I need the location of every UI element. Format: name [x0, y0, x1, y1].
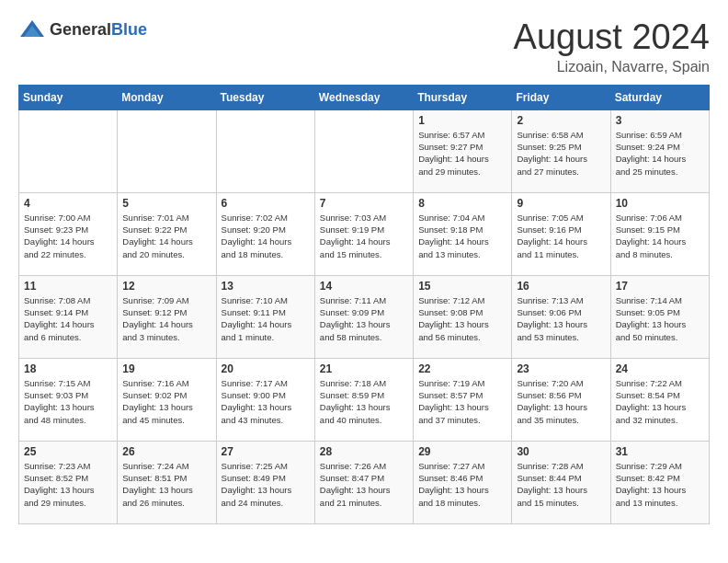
- calendar-cell: 30Sunrise: 7:28 AM Sunset: 8:44 PM Dayli…: [512, 441, 610, 523]
- weekday-header-thursday: Thursday: [414, 85, 512, 109]
- day-number: 9: [517, 197, 605, 210]
- day-info: Sunrise: 7:10 AM Sunset: 9:11 PM Dayligh…: [222, 294, 310, 343]
- calendar-week-1: 1Sunrise: 6:57 AM Sunset: 9:27 PM Daylig…: [19, 109, 710, 192]
- day-number: 13: [222, 280, 310, 293]
- day-info: Sunrise: 7:05 AM Sunset: 9:16 PM Dayligh…: [517, 212, 605, 260]
- day-number: 30: [517, 445, 605, 458]
- weekday-header-saturday: Saturday: [610, 85, 709, 109]
- calendar-week-5: 25Sunrise: 7:23 AM Sunset: 8:52 PM Dayli…: [19, 441, 710, 523]
- day-number: 15: [418, 280, 506, 293]
- calendar-cell: [118, 109, 216, 192]
- weekday-header-wednesday: Wednesday: [314, 85, 413, 109]
- day-info: Sunrise: 7:27 AM Sunset: 8:46 PM Dayligh…: [418, 460, 506, 509]
- day-info: Sunrise: 7:04 AM Sunset: 9:18 PM Dayligh…: [418, 212, 506, 260]
- day-info: Sunrise: 7:12 AM Sunset: 9:08 PM Dayligh…: [418, 294, 506, 343]
- day-number: 1: [418, 114, 506, 127]
- day-info: Sunrise: 7:01 AM Sunset: 9:22 PM Dayligh…: [122, 212, 210, 260]
- calendar-cell: 6Sunrise: 7:02 AM Sunset: 9:20 PM Daylig…: [216, 192, 314, 275]
- calendar-cell: [19, 109, 118, 192]
- calendar-week-3: 11Sunrise: 7:08 AM Sunset: 9:14 PM Dayli…: [19, 275, 710, 358]
- calendar-cell: 23Sunrise: 7:20 AM Sunset: 8:56 PM Dayli…: [512, 358, 610, 441]
- calendar-cell: 15Sunrise: 7:12 AM Sunset: 9:08 PM Dayli…: [414, 275, 512, 358]
- calendar-cell: 13Sunrise: 7:10 AM Sunset: 9:11 PM Dayli…: [216, 275, 314, 358]
- day-number: 28: [320, 445, 408, 458]
- calendar-cell: 17Sunrise: 7:14 AM Sunset: 9:05 PM Dayli…: [610, 275, 709, 358]
- day-info: Sunrise: 6:58 AM Sunset: 9:25 PM Dayligh…: [517, 129, 605, 178]
- weekday-header-tuesday: Tuesday: [216, 85, 314, 109]
- day-number: 11: [24, 280, 112, 293]
- day-info: Sunrise: 7:14 AM Sunset: 9:05 PM Dayligh…: [616, 294, 704, 343]
- calendar-cell: 24Sunrise: 7:22 AM Sunset: 8:54 PM Dayli…: [610, 358, 709, 441]
- calendar-cell: [314, 109, 413, 192]
- calendar-cell: 7Sunrise: 7:03 AM Sunset: 9:19 PM Daylig…: [314, 192, 413, 275]
- day-info: Sunrise: 7:22 AM Sunset: 8:54 PM Dayligh…: [616, 377, 704, 426]
- calendar-cell: 21Sunrise: 7:18 AM Sunset: 8:59 PM Dayli…: [314, 358, 413, 441]
- logo-general: General: [50, 21, 111, 38]
- calendar-cell: 3Sunrise: 6:59 AM Sunset: 9:24 PM Daylig…: [610, 109, 709, 192]
- day-info: Sunrise: 7:03 AM Sunset: 9:19 PM Dayligh…: [320, 212, 408, 260]
- day-number: 17: [616, 280, 704, 293]
- calendar-cell: 25Sunrise: 7:23 AM Sunset: 8:52 PM Dayli…: [19, 441, 118, 523]
- day-number: 20: [222, 362, 310, 375]
- day-number: 8: [418, 197, 506, 210]
- calendar-cell: 8Sunrise: 7:04 AM Sunset: 9:18 PM Daylig…: [414, 192, 512, 275]
- day-info: Sunrise: 7:08 AM Sunset: 9:14 PM Dayligh…: [24, 294, 112, 343]
- day-info: Sunrise: 7:17 AM Sunset: 9:00 PM Dayligh…: [222, 377, 310, 426]
- day-number: 4: [24, 197, 112, 210]
- weekday-header-friday: Friday: [512, 85, 610, 109]
- calendar-cell: 12Sunrise: 7:09 AM Sunset: 9:12 PM Dayli…: [118, 275, 216, 358]
- day-info: Sunrise: 7:02 AM Sunset: 9:20 PM Dayligh…: [222, 212, 310, 260]
- day-info: Sunrise: 7:18 AM Sunset: 8:59 PM Dayligh…: [320, 377, 408, 426]
- day-info: Sunrise: 7:00 AM Sunset: 9:23 PM Dayligh…: [24, 212, 112, 260]
- day-number: 5: [122, 197, 210, 210]
- day-info: Sunrise: 7:28 AM Sunset: 8:44 PM Dayligh…: [517, 460, 605, 509]
- day-number: 27: [222, 445, 310, 458]
- day-info: Sunrise: 7:20 AM Sunset: 8:56 PM Dayligh…: [517, 377, 605, 426]
- weekday-header-monday: Monday: [118, 85, 216, 109]
- location: Lizoain, Navarre, Spain: [514, 59, 710, 75]
- calendar-cell: 18Sunrise: 7:15 AM Sunset: 9:03 PM Dayli…: [19, 358, 118, 441]
- day-number: 23: [517, 362, 605, 375]
- day-info: Sunrise: 7:15 AM Sunset: 9:03 PM Dayligh…: [24, 377, 112, 426]
- calendar-cell: 11Sunrise: 7:08 AM Sunset: 9:14 PM Dayli…: [19, 275, 118, 358]
- day-info: Sunrise: 7:09 AM Sunset: 9:12 PM Dayligh…: [122, 294, 210, 343]
- day-number: 3: [616, 114, 704, 127]
- day-info: Sunrise: 7:25 AM Sunset: 8:49 PM Dayligh…: [222, 460, 310, 509]
- calendar-cell: 1Sunrise: 6:57 AM Sunset: 9:27 PM Daylig…: [414, 109, 512, 192]
- calendar-cell: 9Sunrise: 7:05 AM Sunset: 9:16 PM Daylig…: [512, 192, 610, 275]
- day-number: 16: [517, 280, 605, 293]
- day-number: 22: [418, 362, 506, 375]
- day-info: Sunrise: 6:57 AM Sunset: 9:27 PM Dayligh…: [418, 129, 506, 178]
- day-info: Sunrise: 7:13 AM Sunset: 9:06 PM Dayligh…: [517, 294, 605, 343]
- weekday-header-sunday: Sunday: [19, 85, 118, 109]
- calendar-cell: 31Sunrise: 7:29 AM Sunset: 8:42 PM Dayli…: [610, 441, 709, 523]
- day-number: 31: [616, 445, 704, 458]
- calendar-week-2: 4Sunrise: 7:00 AM Sunset: 9:23 PM Daylig…: [19, 192, 710, 275]
- calendar-cell: 16Sunrise: 7:13 AM Sunset: 9:06 PM Dayli…: [512, 275, 610, 358]
- day-number: 18: [24, 362, 112, 375]
- calendar-cell: 19Sunrise: 7:16 AM Sunset: 9:02 PM Dayli…: [118, 358, 216, 441]
- calendar-cell: 26Sunrise: 7:24 AM Sunset: 8:51 PM Dayli…: [118, 441, 216, 523]
- calendar-cell: [216, 109, 314, 192]
- calendar-cell: 10Sunrise: 7:06 AM Sunset: 9:15 PM Dayli…: [610, 192, 709, 275]
- calendar-cell: 14Sunrise: 7:11 AM Sunset: 9:09 PM Dayli…: [314, 275, 413, 358]
- calendar-cell: 22Sunrise: 7:19 AM Sunset: 8:57 PM Dayli…: [414, 358, 512, 441]
- day-info: Sunrise: 7:16 AM Sunset: 9:02 PM Dayligh…: [122, 377, 210, 426]
- day-info: Sunrise: 7:29 AM Sunset: 8:42 PM Dayligh…: [616, 460, 704, 509]
- weekday-header-row: SundayMondayTuesdayWednesdayThursdayFrid…: [19, 85, 710, 109]
- day-number: 19: [122, 362, 210, 375]
- month-title: August 2024: [514, 18, 710, 57]
- day-info: Sunrise: 7:19 AM Sunset: 8:57 PM Dayligh…: [418, 377, 506, 426]
- day-info: Sunrise: 7:26 AM Sunset: 8:47 PM Dayligh…: [320, 460, 408, 509]
- day-number: 12: [122, 280, 210, 293]
- calendar-cell: 20Sunrise: 7:17 AM Sunset: 9:00 PM Dayli…: [216, 358, 314, 441]
- calendar-cell: 28Sunrise: 7:26 AM Sunset: 8:47 PM Dayli…: [314, 441, 413, 523]
- logo: General Blue: [18, 18, 147, 40]
- day-info: Sunrise: 7:23 AM Sunset: 8:52 PM Dayligh…: [24, 460, 112, 509]
- calendar-cell: 27Sunrise: 7:25 AM Sunset: 8:49 PM Dayli…: [216, 441, 314, 523]
- calendar-cell: 5Sunrise: 7:01 AM Sunset: 9:22 PM Daylig…: [118, 192, 216, 275]
- day-info: Sunrise: 7:11 AM Sunset: 9:09 PM Dayligh…: [320, 294, 408, 343]
- logo-icon: [18, 18, 46, 40]
- day-number: 2: [517, 114, 605, 127]
- title-area: August 2024 Lizoain, Navarre, Spain: [514, 18, 710, 75]
